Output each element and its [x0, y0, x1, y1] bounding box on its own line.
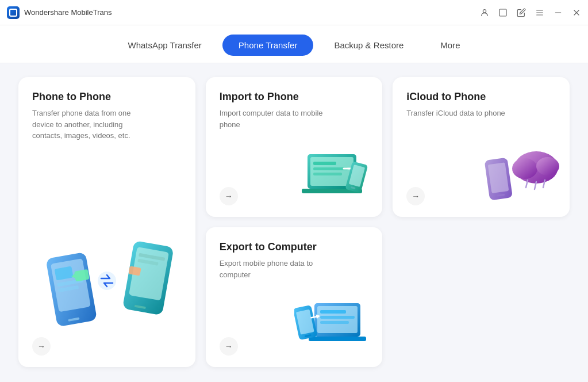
- card-phone-to-phone-arrow[interactable]: →: [32, 337, 51, 356]
- svg-rect-1: [499, 9, 506, 16]
- export-illustration: [294, 292, 378, 360]
- svg-point-35: [536, 157, 559, 175]
- svg-rect-46: [320, 321, 349, 324]
- svg-rect-24: [310, 157, 353, 186]
- svg-rect-26: [313, 167, 348, 170]
- card-phone-to-phone-desc: Transfer phone data from one device to a…: [32, 108, 147, 142]
- svg-rect-47: [309, 337, 366, 341]
- close-icon[interactable]: [572, 8, 581, 17]
- card-export-desc: Export mobile phone data to computer: [220, 258, 335, 280]
- card-icloud-arrow[interactable]: →: [406, 187, 425, 205]
- tab-whatsapp[interactable]: WhatsApp Transfer: [112, 35, 217, 56]
- svg-rect-25: [313, 162, 336, 165]
- card-import-title: Import to Phone: [220, 91, 369, 103]
- title-bar: Wondershare MobileTrans: [0, 0, 588, 25]
- svg-rect-27: [313, 173, 342, 175]
- card-icloud-desc: Transfer iCloud data to phone: [406, 108, 521, 119]
- edit-icon[interactable]: [517, 8, 526, 17]
- icloud-illustration: [485, 142, 565, 210]
- nav-bar: WhatsApp Transfer Phone Transfer Backup …: [0, 25, 588, 63]
- account-icon[interactable]: [480, 8, 489, 17]
- svg-point-0: [483, 9, 486, 12]
- app-icon: [7, 6, 20, 19]
- card-phone-to-phone-title: Phone to Phone: [32, 91, 182, 103]
- card-phone-to-phone[interactable]: Phone to Phone Transfer phone data from …: [18, 77, 195, 367]
- svg-rect-44: [320, 310, 346, 314]
- tab-more[interactable]: More: [424, 35, 476, 56]
- svg-point-34: [512, 158, 537, 179]
- card-export-arrow[interactable]: →: [220, 337, 238, 356]
- svg-rect-45: [320, 316, 355, 319]
- card-import-desc: Import computer data to mobile phone: [220, 108, 335, 130]
- app-icon-inner: [9, 9, 17, 17]
- main-content: Phone to Phone Transfer phone data from …: [0, 63, 588, 381]
- minimize-icon[interactable]: [554, 8, 563, 17]
- title-bar-controls: [480, 8, 581, 17]
- card-icloud-to-phone[interactable]: iCloud to Phone Transfer iCloud data to …: [393, 77, 570, 217]
- phone-to-phone-illustration: [38, 232, 176, 335]
- tab-phone[interactable]: Phone Transfer: [222, 35, 314, 56]
- card-icloud-title: iCloud to Phone: [406, 91, 556, 103]
- card-export-title: Export to Computer: [220, 241, 369, 253]
- card-import-to-phone[interactable]: Import to Phone Import computer data to …: [206, 77, 383, 217]
- card-export-to-computer[interactable]: Export to Computer Export mobile phone d…: [206, 227, 383, 367]
- card-import-arrow[interactable]: →: [220, 187, 238, 205]
- app-title: Wondershare MobileTrans: [24, 8, 112, 17]
- title-bar-left: Wondershare MobileTrans: [7, 6, 112, 19]
- import-illustration: [293, 140, 376, 208]
- menu-icon[interactable]: [535, 8, 544, 17]
- tab-backup[interactable]: Backup & Restore: [318, 35, 420, 56]
- window-icon[interactable]: [498, 8, 508, 17]
